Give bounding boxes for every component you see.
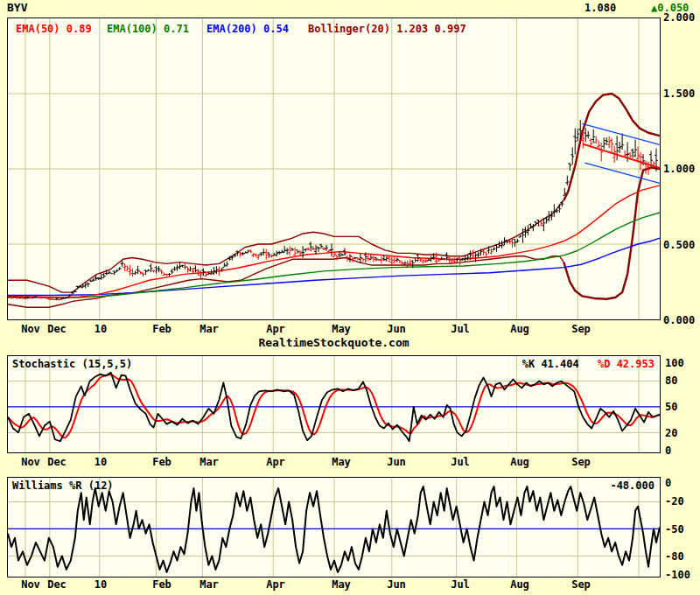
x-tick-label-mar: Mar	[200, 456, 219, 468]
x-tick-label-sep: Sep	[571, 578, 591, 591]
will-y-tick-label: -50	[665, 523, 684, 536]
stoch-y-tick-label: 20	[665, 427, 677, 439]
x-tick-label-mar: Mar	[200, 578, 219, 591]
x-tick-label-jun: Jun	[387, 578, 406, 591]
stochastic-k-value: %K 41.404	[522, 358, 579, 370]
x-tick-label-may: May	[332, 323, 351, 335]
will-y-tick-label: -20	[665, 495, 684, 508]
last-price: 1.080	[584, 2, 616, 14]
x-tick-label-dec: Dec	[47, 456, 66, 468]
x-tick-label-aug: Aug	[510, 456, 529, 468]
x-tick-label-feb: Feb	[152, 323, 172, 335]
will-y-tick-label: 0	[665, 477, 671, 489]
price-y-tick-label: 1.000	[663, 163, 695, 175]
x-tick-label-may: May	[332, 578, 351, 591]
x-tick-label-10: 10	[94, 578, 107, 591]
will-y-tick-label: -80	[665, 550, 684, 563]
x-tick-label-nov: Nov	[21, 578, 40, 591]
williams-values: -48.000	[7, 480, 654, 492]
williams-value: -48.000	[610, 480, 654, 492]
price-y-tick-label: 1.500	[663, 88, 695, 100]
will-y-tick-label: -100	[665, 569, 690, 581]
price-y-tick-label: 0.000	[663, 314, 695, 326]
stochastic-d-value: %D 42.953	[598, 358, 654, 370]
x-tick-label-jul: Jul	[451, 323, 470, 335]
symbol-title: BYV	[7, 2, 27, 14]
x-tick-label-feb: Feb	[152, 456, 172, 468]
williams-chart-svg	[8, 478, 660, 577]
price-y-tick-label: 2.000	[663, 11, 695, 24]
x-tick-label-sep: Sep	[571, 456, 591, 468]
stochastic-chart-svg	[8, 356, 660, 452]
x-tick-label-aug: Aug	[510, 578, 529, 591]
stoch-y-tick-label: 0	[665, 444, 671, 457]
x-tick-label-jun: Jun	[387, 323, 406, 335]
x-tick-label-nov: Nov	[21, 323, 40, 335]
x-tick-label-10: 10	[94, 323, 107, 335]
x-tick-label-jul: Jul	[451, 578, 470, 591]
legend-ema100: EMA(100) 0.71	[107, 23, 189, 35]
x-tick-label-10: 10	[94, 456, 107, 468]
x-tick-label-nov: Nov	[21, 456, 40, 468]
x-tick-label-jul: Jul	[451, 456, 470, 468]
stock-chart-page: BYV 1.080 ▲0.050 EMA(50) 0.89 EMA(100) 0…	[0, 0, 700, 595]
x-tick-label-feb: Feb	[152, 578, 172, 591]
x-tick-label-jun: Jun	[387, 456, 406, 468]
x-tick-label-aug: Aug	[510, 323, 529, 335]
price-chart-svg	[8, 18, 660, 319]
stoch-y-tick-label: 100	[665, 357, 684, 369]
stoch-y-tick-label: 80	[665, 374, 677, 387]
price-panel	[7, 18, 661, 320]
x-tick-label-apr: Apr	[266, 456, 285, 468]
x-tick-label-apr: Apr	[266, 578, 285, 591]
legend-ema200: EMA(200) 0.54	[206, 23, 289, 35]
williams-panel	[7, 477, 661, 578]
x-tick-label-apr: Apr	[266, 323, 285, 335]
stochastic-values: %K 41.404 %D 42.953	[7, 358, 654, 370]
x-tick-label-sep: Sep	[571, 323, 591, 335]
legend-bollinger: Bollinger(20) 1.203 0.997	[308, 23, 466, 35]
legend-ema50: EMA(50) 0.89	[16, 23, 92, 35]
stoch-y-tick-label: 50	[665, 401, 677, 413]
x-tick-label-dec: Dec	[47, 578, 66, 591]
price-y-tick-label: 0.500	[663, 239, 695, 251]
x-tick-label-dec: Dec	[47, 323, 66, 335]
x-tick-label-may: May	[332, 456, 351, 468]
watermark: RealtimeStockquote.com	[7, 336, 661, 349]
x-tick-label-mar: Mar	[200, 323, 219, 335]
